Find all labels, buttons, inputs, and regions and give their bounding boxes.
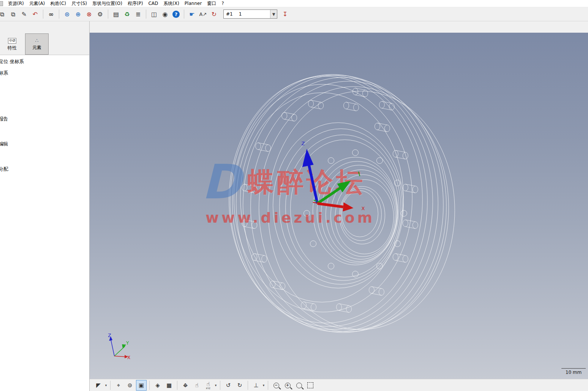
main-toolbar: ⧉ ⧉ ✎ ↶ ∞ ⊛ ⊕ ⊗ ⚙ ▤ ♻ ≣ ◫ ◉ ? ☛ A↗ ↻ #1 … xyxy=(0,7,588,21)
toolbar-separator xyxy=(149,381,150,390)
toolbar-separator xyxy=(146,9,146,19)
pan-move-icon[interactable]: ↔↕ xyxy=(180,380,191,391)
feature-probe-icon[interactable]: ⌖ xyxy=(113,380,124,391)
probe-combobox[interactable]: #1 1 ▼ xyxy=(223,9,277,19)
zoom-dynamic-icon[interactable] xyxy=(294,380,304,391)
menu-window[interactable]: 窗口 xyxy=(204,0,219,7)
viewport-canvas[interactable]: D 蝶醉论坛 www.diezui.com Z X xyxy=(90,33,588,379)
scale-label: 10 mm xyxy=(566,370,582,375)
toolbar-separator xyxy=(184,9,184,19)
help-badge: ? xyxy=(172,11,180,18)
probe-wizard-icon[interactable]: ⊗ xyxy=(84,9,94,19)
viewport-top-strip xyxy=(90,21,588,33)
help-icon[interactable]: ? xyxy=(171,9,181,19)
menu-size[interactable]: 尺寸(S) xyxy=(69,0,90,7)
probe-change-icon[interactable]: ↧ xyxy=(280,9,290,19)
wireframe-model xyxy=(90,33,588,379)
scale-indicator: 10 mm xyxy=(561,368,586,375)
toolbar-separator xyxy=(59,9,59,19)
fit-view-icon[interactable] xyxy=(305,380,316,391)
print-icon[interactable]: ▤ xyxy=(111,9,121,19)
toolbar-separator xyxy=(248,381,248,390)
menu-cad[interactable]: CAD xyxy=(145,1,161,6)
scale-line xyxy=(561,368,586,369)
probe-config-icon[interactable]: ⊛ xyxy=(62,9,72,19)
toolbar-separator xyxy=(268,381,268,390)
left-panel-tabs: 中Ø 特性 ∴ 元素 xyxy=(0,21,89,55)
probe-hand-icon[interactable]: ☛ xyxy=(187,9,197,19)
probe-combobox-prefix: #1 xyxy=(224,11,235,17)
tab-characteristics[interactable]: 中Ø 特性 xyxy=(1,34,24,55)
window-icon xyxy=(0,1,3,6)
chevron-down-icon[interactable]: ▾ xyxy=(104,383,108,387)
rotate-ccw-icon[interactable]: ↺ xyxy=(223,380,234,391)
text-probe-icon[interactable]: A↗ xyxy=(198,9,208,19)
menu-system[interactable]: 系统(X) xyxy=(161,0,182,7)
shaded-view-icon[interactable]: ■ xyxy=(164,380,174,391)
toolbar-separator xyxy=(110,381,111,390)
sidebar-item-output-report[interactable]: 出报告 xyxy=(0,116,8,122)
menu-bar: 资源(R) 元素(A) 构造(C) 尺寸(S) 形状与位置(O) 程序(P) C… xyxy=(0,0,588,7)
menu-help[interactable]: ? xyxy=(219,1,226,6)
menu-form-position[interactable]: 形状与位置(O) xyxy=(90,0,125,7)
hand-icon: ☝ xyxy=(206,382,210,387)
sidebar-item-network-assign[interactable]: 络分配 xyxy=(0,166,8,173)
toolbar-separator xyxy=(108,9,108,19)
search-binoculars-icon[interactable]: ∞ xyxy=(46,9,56,19)
sidebar-item-element-edit[interactable]: 素编辑 xyxy=(0,141,8,147)
copy-icon[interactable]: ⧉ xyxy=(8,9,18,19)
tools-icon[interactable]: ⚙ xyxy=(95,9,105,19)
report-icon[interactable]: ≣ xyxy=(133,9,143,19)
tab-elements[interactable]: ∴ 元素 xyxy=(25,33,49,55)
elements-icon: ∴ xyxy=(35,38,38,43)
chevron-down-icon[interactable]: ▼ xyxy=(270,10,277,18)
brush-icon[interactable]: ✎ xyxy=(19,9,29,19)
characteristics-icon: 中Ø xyxy=(8,38,16,44)
menu-construction[interactable]: 构造(C) xyxy=(47,0,69,7)
stylus-icon[interactable]: ⊥ xyxy=(251,380,261,391)
tab-elements-label: 元素 xyxy=(32,44,41,51)
menu-element[interactable]: 元素(A) xyxy=(27,0,48,7)
toolbar-separator xyxy=(43,9,43,19)
snapshot-icon[interactable]: ◉ xyxy=(160,9,170,19)
menu-program[interactable]: 程序(P) xyxy=(125,0,146,7)
tab-characteristics-label: 特性 xyxy=(8,45,17,51)
undo-icon[interactable]: ↶ xyxy=(30,9,40,19)
sidebar-item-initial-alignment[interactable]: 初定位 坐标系 xyxy=(0,59,24,65)
toolbar-separator xyxy=(220,381,220,390)
view-cube-icon[interactable]: ▣ xyxy=(136,380,147,391)
menu-planner[interactable]: Planner xyxy=(182,1,204,6)
delete-icon[interactable]: ♻ xyxy=(122,9,132,19)
wireframe-view-icon[interactable]: ◈ xyxy=(152,380,163,391)
feature-probe-alt-icon[interactable]: ⊚ xyxy=(125,380,135,391)
xyz-label: XYZ xyxy=(206,387,210,389)
menu-resource[interactable]: 资源(R) xyxy=(5,0,27,7)
print-preview-icon[interactable]: ◫ xyxy=(149,9,159,19)
chevron-down-icon[interactable]: ▾ xyxy=(262,383,266,387)
rotate-cw-icon[interactable]: ↻ xyxy=(234,380,245,391)
probe-combobox-value[interactable]: 1 xyxy=(235,11,270,17)
pan-hand-icon[interactable]: ☝ xyxy=(191,380,202,391)
sidebar-item-coordinate-system[interactable]: 坐标系 xyxy=(0,70,8,76)
paste-icon[interactable]: ⧉ xyxy=(0,9,7,19)
probe-rotate-icon[interactable]: ↻ xyxy=(209,9,219,19)
zoom-out-icon[interactable]: − xyxy=(271,380,281,391)
zoom-in-icon[interactable]: + xyxy=(282,380,293,391)
view-toolbar: ◤ ▾ ⌖ ⊚ ▣ ◈ ■ ↔↕ ☝ ☝XYZ ▾ ↺ ↻ ⊥ ▾ − + xyxy=(90,379,588,391)
select-cursor-icon[interactable]: ◤ xyxy=(93,380,104,391)
probe-qualify-icon[interactable]: ⊕ xyxy=(73,9,83,19)
left-panel: 中Ø 特性 ∴ 元素 初定位 坐标系 坐标系 面 出报告 素编辑 络分配 差 xyxy=(0,21,90,391)
pan-hand-xyz-icon[interactable]: ☝XYZ xyxy=(203,380,213,391)
toolbar-separator xyxy=(177,381,177,390)
chevron-down-icon[interactable]: ▾ xyxy=(214,383,218,387)
